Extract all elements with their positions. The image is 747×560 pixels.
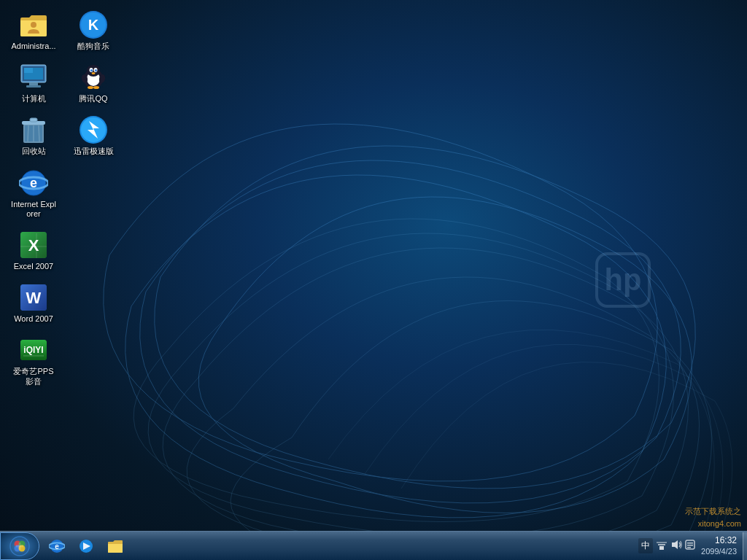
- taskbar-quick-launch-2[interactable]: [73, 534, 99, 558]
- svg-rect-56: [16, 545, 23, 547]
- administrator-label: Administra...: [11, 42, 55, 51]
- icon-row-0: Administra... K 酷狗音乐: [7, 7, 120, 54]
- svg-rect-65: [687, 542, 693, 544]
- recycle-label: 回收站: [22, 147, 46, 156]
- svg-text:iQIYI: iQIYI: [23, 345, 43, 355]
- svg-rect-9: [24, 68, 33, 73]
- icon-row-4: X Excel 2007: [7, 228, 120, 274]
- action-center-icon[interactable]: [685, 540, 695, 553]
- icon-row-5: W Word 2007: [7, 280, 120, 327]
- ie-label: Internet Explorer: [10, 200, 57, 219]
- volume-icon[interactable]: [670, 539, 682, 553]
- svg-point-19: [91, 70, 92, 71]
- svg-point-14: [87, 65, 100, 77]
- clock-time: 16:32: [701, 535, 737, 547]
- taskbar-clock[interactable]: 16:32 2099/4/23: [695, 535, 743, 557]
- desktop-icons-container: Administra... K 酷狗音乐: [7, 7, 120, 389]
- desktop-icon-computer[interactable]: 计算机: [7, 60, 60, 106]
- svg-point-25: [93, 86, 99, 89]
- svg-rect-61: [659, 546, 664, 550]
- taskbar-quick-launch-1[interactable]: e: [44, 534, 70, 558]
- svg-rect-67: [687, 547, 691, 548]
- kugou-label: 酷狗音乐: [77, 42, 109, 51]
- ie-icon: e: [19, 168, 48, 198]
- svg-line-28: [28, 125, 28, 141]
- qq-icon: [79, 63, 108, 92]
- svg-point-20: [96, 70, 96, 71]
- icon-row-1: 计算机: [7, 60, 120, 106]
- svg-point-17: [90, 69, 93, 71]
- desktop-icon-ie[interactable]: e Internet Explorer: [7, 166, 60, 222]
- desktop-icon-administrator[interactable]: Administra...: [7, 7, 60, 54]
- icon-row-3: e Internet Explorer: [7, 166, 120, 222]
- hp-logo: hp: [594, 251, 652, 309]
- svg-rect-10: [29, 82, 38, 85]
- watermark-line2: xitong4.com: [685, 518, 741, 530]
- computer-label: 计算机: [22, 94, 46, 104]
- show-desktop-button[interactable]: [743, 532, 747, 560]
- desktop-icon-iqiyi[interactable]: iQIYI 爱奇艺PPS 影音: [7, 332, 60, 389]
- desktop-icon-word[interactable]: W Word 2007: [7, 280, 60, 327]
- language-indicator[interactable]: 中: [638, 538, 653, 553]
- svg-text:hp: hp: [605, 262, 642, 297]
- svg-rect-11: [26, 85, 41, 88]
- taskbar: e 中: [0, 531, 747, 560]
- icon-row-2: 回收站 迅雷极速版: [7, 112, 120, 159]
- tray-icons: 中: [638, 538, 695, 553]
- start-button[interactable]: [0, 532, 39, 560]
- svg-rect-32: [30, 118, 37, 122]
- svg-point-2: [31, 22, 36, 28]
- watermark-line1: 示范下载系统之: [685, 505, 741, 518]
- kugou-icon: K: [79, 10, 108, 39]
- svg-text:e: e: [55, 542, 59, 551]
- qq-label: 腾讯QQ: [79, 94, 107, 104]
- iqiyi-label: 爱奇艺PPS 影音: [10, 367, 57, 386]
- svg-text:X: X: [28, 236, 39, 254]
- word-label: Word 2007: [14, 314, 53, 324]
- xunlei-icon: [79, 115, 108, 144]
- recycle-icon: [19, 115, 48, 144]
- svg-text:W: W: [26, 289, 42, 307]
- taskbar-quick-launch-3[interactable]: [102, 534, 128, 558]
- clock-date: 2099/4/23: [701, 546, 737, 556]
- excel-label: Excel 2007: [14, 262, 53, 271]
- desktop-icon-qq[interactable]: 腾讯QQ: [67, 60, 120, 106]
- svg-rect-63: [657, 542, 667, 543]
- word-icon: W: [19, 283, 48, 312]
- svg-text:e: e: [30, 176, 37, 190]
- network-icon[interactable]: [656, 539, 667, 553]
- excel-icon: X: [19, 230, 48, 260]
- svg-point-21: [92, 72, 96, 74]
- svg-point-18: [95, 69, 97, 71]
- svg-point-24: [88, 86, 93, 89]
- svg-line-30: [39, 125, 39, 141]
- computer-icon: [19, 63, 48, 92]
- xunlei-label: 迅雷极速版: [74, 147, 114, 156]
- iqiyi-icon: iQIYI: [19, 335, 48, 365]
- svg-rect-66: [687, 545, 693, 546]
- desktop: hp Administra...: [0, 0, 747, 560]
- svg-rect-62: [658, 544, 665, 545]
- time-display: 16:32 2099/4/23: [701, 535, 737, 557]
- svg-text:K: K: [88, 17, 99, 33]
- watermark: 示范下载系统之 xitong4.com: [685, 505, 741, 529]
- desktop-icon-kugou[interactable]: K 酷狗音乐: [67, 7, 120, 54]
- icon-row-6: iQIYI 爱奇艺PPS 影音: [7, 332, 120, 389]
- administrator-icon: [19, 10, 48, 39]
- desktop-icon-recycle[interactable]: 回收站: [7, 112, 60, 159]
- desktop-icon-xunlei[interactable]: 迅雷极速版: [67, 112, 120, 159]
- desktop-icon-excel[interactable]: X Excel 2007: [7, 228, 60, 274]
